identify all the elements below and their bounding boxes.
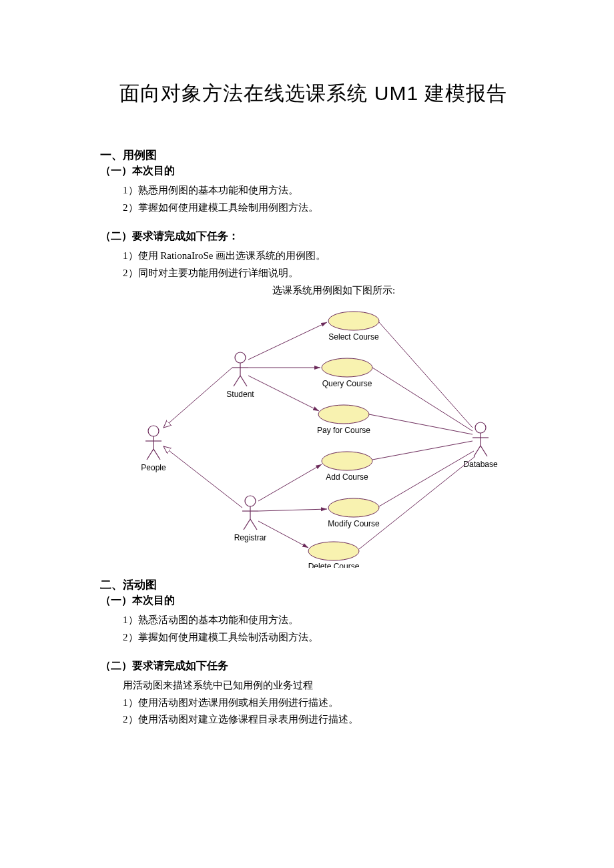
- svg-line-8: [234, 376, 240, 386]
- usecase-label-2: Pay for Course: [317, 426, 370, 435]
- section-2-2-item-1: 1）使用活动图对选课用例或相关用例进行描述。: [123, 695, 527, 712]
- svg-point-10: [245, 496, 256, 506]
- section-1-2-item-2: 2）同时对主要功能用例进行详细说明。: [123, 265, 527, 282]
- assoc-student-select: [248, 322, 327, 360]
- document-page: 面向对象方法在线选课系统 UM1 建模报告 一、用例图 （一）本次目的 1）熟悉…: [0, 0, 614, 769]
- gen-registrar-people: [164, 446, 242, 508]
- usecase-label-3: Add Course: [326, 472, 368, 482]
- usecase-label-5: Delete Course: [308, 562, 360, 568]
- diagram-caption: 选课系统用例图如下图所示:: [140, 284, 527, 297]
- section-1-1-heading: （一）本次目的: [100, 164, 527, 178]
- svg-line-14: [250, 519, 257, 530]
- actor-database-label: Database: [463, 460, 498, 469]
- usecase-delete-course: Delete Course: [308, 542, 360, 568]
- section-2-heading: 二、活动图: [100, 577, 527, 592]
- svg-point-5: [235, 352, 246, 363]
- section-2-2-item-2: 2）使用活动图对建立选修课程目录表用例进行描述。: [123, 711, 527, 729]
- assoc-db-modify: [379, 451, 474, 506]
- assoc-db-select: [379, 322, 473, 428]
- usecase-label-1: Query Course: [322, 379, 372, 388]
- section-2-1-item-2: 2）掌握如何使用建模工具绘制活动图方法。: [123, 629, 527, 646]
- svg-point-24: [328, 498, 379, 517]
- section-2-1-item-1: 1）熟悉活动图的基本功能和使用方法。: [123, 612, 527, 629]
- gen-student-people: [164, 368, 232, 428]
- assoc-db-pay: [369, 414, 473, 434]
- svg-point-21: [322, 358, 372, 377]
- assoc-registrar-add: [258, 464, 322, 501]
- usecase-pay-for-course: Pay for Course: [317, 405, 370, 435]
- svg-line-3: [147, 449, 154, 460]
- svg-point-20: [328, 312, 379, 330]
- svg-line-19: [481, 446, 487, 456]
- section-1-2-heading: （二）要求请完成如下任务：: [100, 230, 527, 244]
- svg-line-13: [244, 519, 250, 530]
- use-case-diagram: People Student Registrar: [127, 301, 501, 568]
- actor-people-label: People: [141, 463, 166, 472]
- assoc-student-pay: [248, 376, 319, 411]
- document-title: 面向对象方法在线选课系统 UM1 建模报告: [100, 80, 527, 107]
- section-1-1-item-2: 2）掌握如何使用建模工具绘制用例图方法。: [123, 199, 527, 217]
- section-1-2-item-1: 1）使用 RationaIroSe 画出选课系统的用例图。: [123, 248, 527, 265]
- svg-line-9: [240, 376, 247, 386]
- usecase-select-course: Select Course: [328, 312, 379, 342]
- actor-registrar-label: Registrar: [234, 533, 267, 542]
- assoc-db-delete: [359, 456, 475, 549]
- usecase-query-course: Query Course: [322, 358, 372, 388]
- section-2-2-intro: 用活动图来描述系统中已知用例的业务过程: [123, 677, 527, 695]
- usecase-modify-course: Modify Course: [328, 498, 380, 528]
- svg-point-25: [308, 542, 359, 560]
- usecase-label-4: Modify Course: [328, 519, 380, 528]
- actor-registrar: Registrar: [234, 496, 267, 542]
- svg-line-4: [154, 449, 160, 460]
- actor-student: Student: [226, 352, 254, 399]
- assoc-registrar-modify: [258, 509, 327, 511]
- svg-point-22: [318, 405, 369, 424]
- assoc-db-query: [372, 368, 473, 431]
- svg-point-15: [475, 422, 486, 433]
- usecase-add-course: Add Course: [322, 452, 372, 482]
- svg-line-18: [474, 446, 481, 456]
- section-1-heading: 一、用例图: [100, 147, 527, 163]
- section-1-1-item-1: 1）熟悉用例图的基本功能和使用方法。: [123, 182, 527, 199]
- svg-point-23: [322, 452, 372, 470]
- actor-people: People: [141, 426, 166, 472]
- section-2-2-heading: （二）要求请完成如下任务: [100, 659, 527, 673]
- assoc-db-add: [372, 441, 473, 460]
- svg-point-0: [148, 426, 159, 436]
- actor-student-label: Student: [226, 390, 254, 399]
- section-2-1-heading: （一）本次目的: [100, 594, 527, 608]
- usecase-label-0: Select Course: [328, 332, 379, 342]
- diagram-svg: People Student Registrar: [127, 301, 501, 568]
